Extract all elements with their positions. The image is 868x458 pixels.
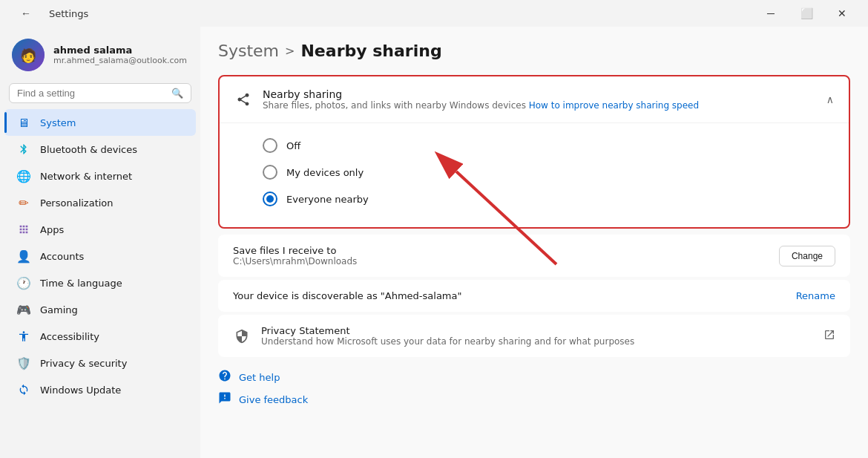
accessibility-icon [16, 329, 31, 344]
get-help-label: Get help [239, 372, 280, 383]
sidebar-item-gaming[interactable]: 🎮 Gaming [4, 296, 196, 323]
sidebar-item-network[interactable]: 🌐 Network & internet [4, 163, 196, 189]
update-icon [16, 382, 31, 397]
get-help-icon [218, 369, 231, 385]
sidebar-item-time[interactable]: 🕐 Time & language [4, 269, 196, 296]
change-button[interactable]: Change [779, 246, 835, 266]
radio-off-label: Off [286, 140, 300, 151]
nearby-sharing-icon [234, 91, 252, 108]
search-icon: 🔍 [171, 88, 183, 99]
radio-everyone-circle [263, 192, 277, 206]
sidebar-item-bluetooth[interactable]: Bluetooth & devices [4, 136, 196, 163]
sidebar-item-personalization[interactable]: ✏️ Personalization [4, 189, 196, 216]
radio-off[interactable]: Off [263, 132, 834, 159]
back-button[interactable]: ← [9, 2, 43, 24]
sidebar-item-label: Privacy & security [40, 358, 127, 369]
get-help-link[interactable]: Get help [218, 369, 850, 385]
avatar: 🧑 [12, 39, 45, 71]
sidebar-item-system[interactable]: 🖥 System [4, 109, 196, 136]
sidebar-item-label: Accounts [40, 251, 84, 262]
footer-links: Get help Give feedback [218, 369, 850, 408]
panel-body: Off My devices only Everyone nearby [220, 123, 849, 227]
system-icon: 🖥 [16, 115, 31, 130]
search-input[interactable] [17, 88, 165, 99]
sidebar-item-accessibility[interactable]: Accessibility [4, 323, 196, 350]
sidebar-item-label: Network & internet [40, 171, 132, 182]
privacy-statement-icon [233, 327, 251, 345]
breadcrumb-chevron: > [285, 44, 295, 58]
panel-header[interactable]: Nearby sharing Share files, photos, and … [220, 76, 849, 123]
sidebar-item-label: Bluetooth & devices [40, 144, 137, 155]
radio-everyone-label: Everyone nearby [286, 194, 369, 205]
sidebar-item-apps[interactable]: Apps [4, 216, 196, 243]
breadcrumb: System > Nearby sharing [218, 42, 850, 60]
radio-off-circle [263, 138, 277, 153]
sidebar-item-label: Time & language [40, 278, 122, 289]
sidebar-item-label: Windows Update [40, 385, 121, 396]
device-name-row: Your device is discoverable as "Ahmed-sa… [218, 280, 850, 312]
privacy-text: Privacy Statement Understand how Microso… [261, 325, 813, 347]
nearby-sharing-subtitle: Share files, photos, and links with near… [263, 100, 699, 111]
title-bar: ← Settings ─ ⬜ ✕ [0, 0, 868, 27]
network-icon: 🌐 [16, 169, 31, 183]
title-bar-title: Settings [49, 8, 88, 19]
user-profile[interactable]: 🧑 ahmed salama mr.ahmed_salama@outlook.c… [0, 33, 200, 83]
time-icon: 🕐 [16, 275, 31, 290]
sidebar-item-label: Apps [40, 224, 64, 235]
privacy-row[interactable]: Privacy Statement Understand how Microso… [218, 315, 850, 357]
feedback-label: Give feedback [239, 394, 308, 405]
search-box[interactable]: 🔍 [9, 83, 191, 103]
save-files-path: C:\Users\mrahm\Downloads [233, 256, 357, 266]
main-content: System > Nearby sharing Nearby sharing S… [200, 27, 868, 458]
privacy-title: Privacy Statement [261, 325, 813, 336]
privacy-icon: 🛡️ [16, 356, 31, 370]
maximize-button[interactable]: ⬜ [789, 2, 823, 24]
panel-collapse-icon[interactable]: ∧ [826, 94, 834, 105]
gaming-icon: 🎮 [16, 302, 31, 317]
accounts-icon: 👤 [16, 249, 31, 264]
sidebar-item-label: Accessibility [40, 331, 99, 342]
save-files-row: Save files I receive to C:\Users\mrahm\D… [218, 235, 850, 277]
apps-icon [16, 222, 31, 237]
sidebar-item-label: Gaming [40, 304, 78, 315]
sidebar: 🧑 ahmed salama mr.ahmed_salama@outlook.c… [0, 27, 200, 458]
rename-link[interactable]: Rename [796, 290, 835, 301]
radio-mydevices-circle [263, 165, 277, 180]
sidebar-item-update[interactable]: Windows Update [4, 376, 196, 403]
privacy-sub: Understand how Microsoft uses your data … [261, 336, 813, 347]
breadcrumb-current: Nearby sharing [300, 42, 441, 60]
device-name-text: Your device is discoverable as "Ahmed-sa… [233, 290, 461, 301]
personalization-icon: ✏️ [16, 195, 31, 210]
bluetooth-icon [16, 142, 31, 157]
improve-speed-link[interactable]: How to improve nearby sharing speed [529, 100, 699, 111]
user-email: mr.ahmed_salama@outlook.com [53, 56, 187, 65]
close-button[interactable]: ✕ [825, 2, 859, 24]
save-files-title: Save files I receive to [233, 245, 357, 256]
radio-mydevices[interactable]: My devices only [263, 159, 834, 186]
external-link-icon [823, 329, 835, 343]
sidebar-item-label: System [40, 117, 76, 128]
user-name: ahmed salama [53, 45, 187, 56]
breadcrumb-parent: System [218, 42, 279, 60]
minimize-button[interactable]: ─ [754, 2, 788, 24]
radio-mydevices-label: My devices only [286, 167, 364, 178]
sidebar-item-privacy[interactable]: 🛡️ Privacy & security [4, 350, 196, 376]
nearby-sharing-panel: Nearby sharing Share files, photos, and … [218, 75, 850, 229]
nearby-sharing-title: Nearby sharing [263, 88, 699, 100]
feedback-icon [218, 391, 231, 408]
radio-everyone[interactable]: Everyone nearby [263, 186, 834, 212]
give-feedback-link[interactable]: Give feedback [218, 391, 850, 408]
sidebar-item-label: Personalization [40, 197, 114, 209]
sidebar-item-accounts[interactable]: 👤 Accounts [4, 243, 196, 269]
